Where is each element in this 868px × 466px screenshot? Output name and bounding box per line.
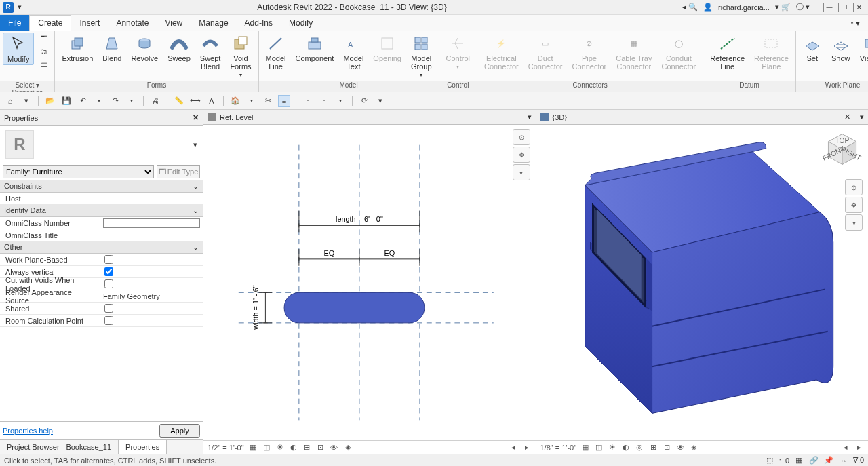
scale-plan[interactable]: 1/2" = 1'-0" <box>208 444 244 452</box>
search-icon[interactable]: ◂ 🔍 <box>682 3 698 12</box>
qat-dd1-icon[interactable]: ▾ <box>20 95 33 107</box>
revolve-button[interactable]: Revolve <box>127 33 162 64</box>
canvas-plan[interactable]: length = 6' - 0" EQ EQ width = 1' - 6" ⊙ <box>203 125 536 440</box>
qat-customize-icon[interactable]: ▾ <box>374 95 387 107</box>
qat-redo-dd-icon[interactable]: ▾ <box>125 95 138 107</box>
show-workplane-button[interactable]: Show <box>827 33 854 64</box>
ribbon-collapse-button[interactable]: ▫ ▾ <box>842 15 868 31</box>
blend-button[interactable]: Blend <box>98 33 125 64</box>
collapse-icon[interactable]: ⌄ <box>193 206 199 215</box>
qat-3d-dd-icon[interactable]: ▾ <box>245 95 258 107</box>
qat-switch-window-icon[interactable]: ▫ <box>318 95 330 107</box>
qat-dim-icon[interactable]: ⟷ <box>189 95 201 107</box>
tab-properties[interactable]: Properties <box>119 440 167 454</box>
qat-print-icon[interactable]: 🖨 <box>149 95 161 107</box>
qat-home-icon[interactable]: ⌂ <box>4 95 16 107</box>
qat-save-icon[interactable]: 💾 <box>60 95 73 107</box>
preview-dd-icon[interactable]: ▾ <box>193 140 197 149</box>
qat-switch-dd-icon[interactable]: ▾ <box>334 95 347 107</box>
sb-funnel-icon[interactable]: ∇:0 <box>853 456 864 465</box>
cart-icon[interactable]: ▾ 🛒 <box>775 3 791 12</box>
vs3-scroll-left-icon[interactable]: ◂ <box>841 443 850 452</box>
qat-open-icon[interactable]: 📂 <box>44 95 56 107</box>
vs-crop-icon[interactable]: ⊞ <box>302 443 312 452</box>
menu-addins[interactable]: Add-Ins <box>237 15 281 31</box>
val-omnititle[interactable] <box>100 229 203 241</box>
viewer-workplane-button[interactable]: Viewer <box>856 33 868 64</box>
qat-text-icon[interactable]: A <box>205 95 218 107</box>
nav-steering-icon-3d[interactable]: ⊙ <box>845 179 863 195</box>
menu-view[interactable]: View <box>157 15 191 31</box>
family-types-button[interactable]: 🗃 <box>35 58 52 71</box>
cat-identity[interactable]: Identity Data⌄ <box>0 205 203 217</box>
help-icon[interactable]: ⓘ ▾ <box>796 2 810 12</box>
properties-close-button[interactable]: ✕ <box>193 113 199 122</box>
vs3-scroll-right-icon[interactable]: ▸ <box>854 443 864 452</box>
vs-scroll-right-icon[interactable]: ▸ <box>522 443 532 452</box>
work-plane-based-checkbox[interactable] <box>104 255 113 264</box>
view-close-3d[interactable]: ✕ <box>844 113 850 121</box>
model-line-button[interactable]: Model Line <box>262 33 290 72</box>
vs-crop2-icon[interactable]: ⊡ <box>316 443 326 452</box>
nav-steering-icon[interactable]: ⊙ <box>513 129 530 145</box>
set-workplane-button[interactable]: Set <box>799 33 826 64</box>
vs-hide-icon[interactable]: 👁 <box>330 443 339 452</box>
vs3-crop-icon[interactable]: ⊞ <box>648 443 658 452</box>
tab-project-browser[interactable]: Project Browser - Bookcase_11 <box>0 440 119 454</box>
cat-constraints[interactable]: Constraints⌄ <box>0 180 203 193</box>
view-menu-icon-3d[interactable]: ▾ <box>860 113 864 121</box>
vs-detail-icon[interactable]: ▦ <box>248 443 258 452</box>
vs3-hide-icon[interactable]: 👁 <box>675 443 685 452</box>
model-text-button[interactable]: AModel Text <box>339 33 368 72</box>
sb-drag-icon[interactable]: ↔ <box>838 456 849 465</box>
qat-thin-lines-icon[interactable]: ≡ <box>278 95 290 107</box>
qat-3d-icon[interactable]: 🏠 <box>229 95 241 107</box>
menu-insert[interactable]: Insert <box>71 15 108 31</box>
vs3-shadow-icon[interactable]: ◐ <box>621 443 631 452</box>
reference-line-button[interactable]: Reference Line <box>706 33 749 72</box>
user-icon[interactable]: 👤 <box>703 3 713 12</box>
family-type-select[interactable]: Family: Furniture <box>3 165 154 178</box>
canvas-3d[interactable]: TOP FRONT RIGHT ⊙ ✥ ▾ <box>536 125 869 440</box>
extrusion-button[interactable]: Extrusion <box>58 33 97 64</box>
swept-blend-button[interactable]: Swept Blend <box>196 33 225 72</box>
cat-other[interactable]: Other⌄ <box>0 241 203 254</box>
menu-file[interactable]: File <box>0 15 29 31</box>
vs3-render-icon[interactable]: ◎ <box>635 443 644 452</box>
edit-type-button[interactable]: 🗔Edit Type <box>157 165 200 178</box>
qat-section-icon[interactable]: ✂ <box>262 95 274 107</box>
vs-sun-icon[interactable]: ☀ <box>275 443 285 452</box>
room-calc-checkbox[interactable] <box>104 316 113 325</box>
vs3-sun-icon[interactable]: ☀ <box>608 443 617 452</box>
menu-modify[interactable]: Modify <box>281 15 321 31</box>
omniclass-number-input[interactable] <box>103 218 200 228</box>
nav-pan-icon[interactable]: ✥ <box>513 147 530 163</box>
sb-link-icon[interactable]: 🔗 <box>808 456 819 465</box>
minimize-button[interactable]: — <box>823 3 835 12</box>
user-name[interactable]: richard.garcia... <box>718 3 770 12</box>
properties-help-link[interactable]: Properties help <box>3 427 53 435</box>
properties-button[interactable]: 🗔 <box>35 33 52 45</box>
menu-create[interactable]: Create <box>29 15 71 31</box>
val-host[interactable] <box>100 193 203 204</box>
void-forms-button[interactable]: Void Forms▾ <box>226 33 255 79</box>
qat-redo-icon[interactable]: ↷ <box>109 95 121 107</box>
vs3-reveal-icon[interactable]: ◈ <box>689 443 698 452</box>
modify-button[interactable]: Modify <box>3 33 34 65</box>
shared-checkbox[interactable] <box>104 304 113 313</box>
sb-pin-icon[interactable]: 📌 <box>823 456 834 465</box>
sb-filter-icon[interactable]: ▦ <box>793 456 804 465</box>
collapse-icon[interactable]: ⌄ <box>193 182 199 191</box>
restore-button[interactable]: ❐ <box>838 3 850 12</box>
view-menu-icon[interactable]: ▾ <box>528 113 532 121</box>
vs-shadow-icon[interactable]: ◐ <box>289 443 298 452</box>
cut-voids-checkbox[interactable] <box>104 279 113 288</box>
qat-undo-icon[interactable]: ↶ <box>77 95 89 107</box>
type-properties-button[interactable]: 🗂 <box>35 45 52 58</box>
close-button[interactable]: ✕ <box>853 3 865 12</box>
sb-select-icon[interactable]: ⬚ <box>764 456 775 465</box>
scale-3d[interactable]: 1/8" = 1'-0" <box>540 444 577 452</box>
vs3-detail-icon[interactable]: ▦ <box>580 443 590 452</box>
nav-zoom-icon[interactable]: ▾ <box>513 164 530 180</box>
qat-undo-dd-icon[interactable]: ▾ <box>93 95 105 107</box>
